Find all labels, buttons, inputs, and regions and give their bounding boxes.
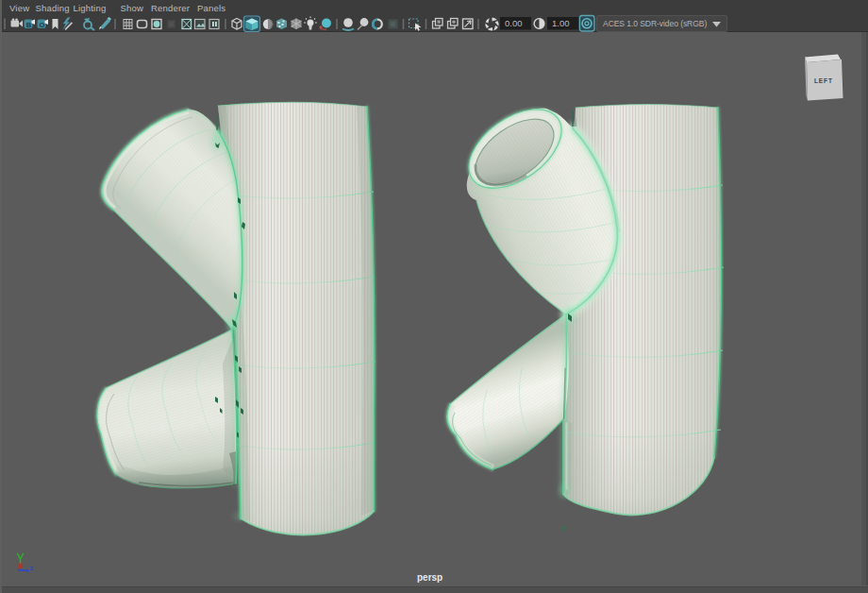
svg-text:LEFT: LEFT [814, 77, 833, 84]
svg-text:z: z [30, 564, 34, 572]
